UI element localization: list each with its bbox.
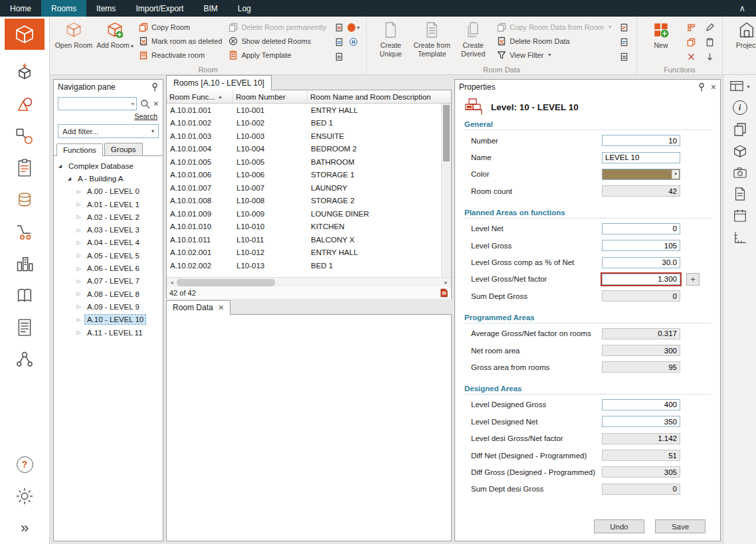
pin-icon[interactable]	[151, 82, 159, 92]
table-row[interactable]: A.10.01.009L10-009LOUNGE DINER	[167, 207, 441, 221]
expand-arrow-icon[interactable]: ▷	[75, 201, 82, 207]
color-picker[interactable]: ▾	[602, 169, 680, 180]
horizontal-scrollbar[interactable]: ◂ ▸	[167, 277, 451, 287]
tree-item-a-01-level-1[interactable]: ▷A.01 - LEVEL 1	[54, 198, 163, 211]
table-cell[interactable]: A.10.01.004	[167, 145, 233, 153]
room-settings-icon[interactable]: ▾	[347, 21, 359, 33]
settings-icon[interactable]	[15, 483, 34, 509]
scroll-right-icon[interactable]: ▸	[441, 279, 451, 286]
table-cell[interactable]: BEDROOM 2	[308, 145, 441, 153]
table-cell[interactable]: A.10.01.003	[167, 132, 233, 140]
room-data-export-icon[interactable]	[618, 21, 630, 33]
create-derived-button[interactable]: Create Derived	[452, 19, 494, 64]
chevron-down-icon[interactable]: ▾	[672, 170, 679, 179]
expand-arrow-icon[interactable]: ▷	[75, 278, 82, 284]
tree-item-a-04-level-4[interactable]: ▷A.04 - LEVEL 4	[54, 236, 163, 249]
scrollbar-thumb[interactable]	[443, 105, 450, 161]
expand-arrow-icon[interactable]: ▷	[75, 240, 82, 246]
search-input[interactable]: ▾	[58, 97, 137, 110]
table-cell[interactable]: L10-003	[233, 132, 308, 140]
tree-item-a-11-level-11[interactable]: ▷A.11 - LEVEL 11	[54, 326, 163, 339]
table-cell[interactable]: L10-007	[233, 184, 308, 192]
column-header-room-number[interactable]: Room Number	[233, 90, 308, 103]
apply-template-button[interactable]: Apply Template	[229, 49, 326, 60]
table-row[interactable]: A.10.01.002L10-002BED 1	[167, 117, 441, 130]
table-cell[interactable]: L10-008	[233, 197, 308, 205]
close-tab-icon[interactable]: ×	[219, 303, 224, 312]
menu-item-import-export[interactable]: Import/Export	[126, 0, 193, 17]
export-room-icon[interactable]	[333, 21, 345, 33]
tree-item-a-03-level-3[interactable]: ▷A.03 - LEVEL 3	[54, 223, 163, 236]
table-cell[interactable]: BED 1	[308, 119, 441, 127]
products-module-icon[interactable]	[15, 91, 34, 118]
reports-module-icon[interactable]	[16, 314, 33, 341]
expand-arrow-icon[interactable]: ▷	[75, 189, 82, 195]
tree-item-a-07-level-7[interactable]: ▷A.07 - LEVEL 7	[54, 275, 163, 288]
table-cell[interactable]: L10-006	[233, 171, 308, 179]
function-edit-icon[interactable]	[704, 21, 715, 33]
field-input-level-gross-net-factor[interactable]	[602, 274, 680, 285]
expand-arrow-icon[interactable]: ▷	[75, 304, 82, 310]
table-cell[interactable]: L10-004	[233, 145, 308, 153]
systems-module-icon[interactable]	[15, 123, 34, 149]
expand-arrow-icon[interactable]: ▷	[75, 214, 82, 220]
mark-room-deleted-button[interactable]: Mark room as deleted	[139, 35, 222, 46]
revision-icon[interactable]: R	[347, 36, 359, 48]
organization-module-icon[interactable]	[15, 346, 34, 373]
column-header-room-name-and-room-description[interactable]: Room Name and Room Description	[308, 90, 441, 103]
menu-item-log[interactable]: Log	[228, 0, 261, 17]
table-row[interactable]: A.10.01.004L10-004BEDROOM 2	[167, 143, 441, 156]
view-selector-icon[interactable]: ▾	[729, 80, 749, 93]
add-planned-area-button[interactable]: +	[686, 273, 700, 286]
delete-room-permanently-button[interactable]: Delete Room permanently	[229, 21, 326, 33]
field-input-level-gross-comp-as-of-net[interactable]	[602, 257, 680, 268]
field-input-level-gross[interactable]	[602, 240, 680, 251]
search-icon[interactable]	[140, 99, 150, 109]
chevron-down-icon[interactable]: ▾	[132, 101, 134, 107]
vertical-scrollbar[interactable]	[441, 104, 451, 277]
table-row[interactable]: A.10.01.008L10-008STORAGE 2	[167, 195, 441, 208]
function-copy-icon[interactable]	[685, 36, 697, 48]
copy-room-button[interactable]: Copy Room	[139, 21, 222, 33]
room-data-panel-icon[interactable]	[733, 122, 747, 137]
tab-functions[interactable]: Functions	[56, 143, 103, 156]
model-panel-icon[interactable]	[733, 144, 747, 159]
table-cell[interactable]: A.10.02.001	[167, 248, 233, 256]
collapse-arrow-icon[interactable]: ◢	[56, 163, 64, 169]
copy-room-data-from-room-button[interactable]: Copy Room Data from Room ▾	[497, 21, 611, 33]
table-cell[interactable]: L10-002	[233, 119, 308, 127]
expand-arrow-icon[interactable]: ▷	[75, 291, 82, 297]
field-input-level-designed-net[interactable]	[602, 416, 680, 427]
show-deleted-rooms-button[interactable]: Show deleted Rooms	[229, 35, 326, 46]
tree-item-a-00-level-0[interactable]: ▷A.00 - LEVEL 0	[54, 185, 163, 198]
paste-room-icon[interactable]	[333, 36, 345, 48]
table-cell[interactable]: ENTRY HALL	[308, 248, 441, 256]
images-panel-icon[interactable]	[733, 166, 747, 179]
expand-arrow-icon[interactable]: ▷	[75, 227, 82, 233]
new-function-button[interactable]: New	[640, 19, 682, 64]
help-icon[interactable]: ?	[17, 451, 33, 478]
function-paste-icon[interactable]	[704, 36, 715, 48]
table-cell[interactable]: A.10.01.002	[167, 119, 233, 127]
create-from-template-button[interactable]: Create from Template	[411, 19, 452, 64]
rooms-document-tab[interactable]: Rooms [A.10 - LEVEL 10]	[166, 75, 272, 90]
tree-item-a-09-level-9[interactable]: ▷A.09 - LEVEL 9	[54, 300, 163, 313]
field-input-level-net[interactable]	[602, 223, 680, 234]
table-cell[interactable]: L10-010	[233, 223, 308, 230]
pin-icon[interactable]	[698, 82, 706, 92]
table-row[interactable]: A.10.02.001L10-012ENTRY HALL	[167, 246, 441, 260]
function-delete-icon[interactable]	[685, 50, 697, 62]
open-room-button[interactable]: Open Room	[53, 19, 94, 64]
column-header-room-func[interactable]: Room Func...▲	[167, 90, 233, 103]
table-cell[interactable]: L10-009	[233, 210, 308, 218]
info-panel-icon[interactable]: i	[733, 100, 747, 115]
table-cell[interactable]: ENSUITE	[308, 132, 441, 140]
table-cell[interactable]: L10-012	[233, 248, 308, 256]
expand-arrow-icon[interactable]: ▷	[75, 317, 82, 323]
table-cell[interactable]: A.10.02.002	[167, 262, 233, 270]
table-row[interactable]: A.10.01.003L10-003ENSUITE	[167, 130, 441, 143]
table-row[interactable]: A.10.02.002L10-013BED 1	[167, 259, 441, 272]
tree-item-a-08-level-8[interactable]: ▷A.08 - LEVEL 8	[54, 288, 163, 300]
field-input-number[interactable]	[602, 135, 680, 146]
tree-item-a-02-level-2[interactable]: ▷A.02 - LEVEL 2	[54, 211, 163, 223]
